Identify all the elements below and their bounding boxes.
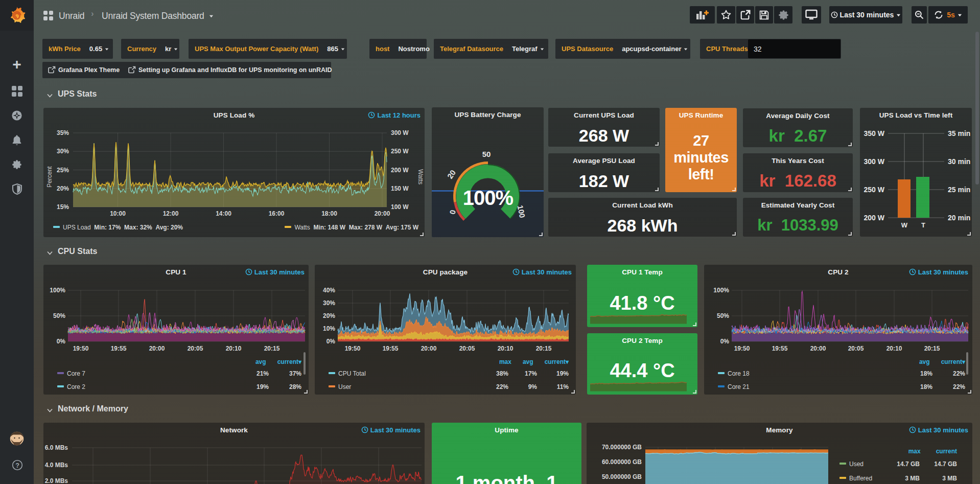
svg-text:25 min: 25 min bbox=[948, 186, 970, 194]
svg-text:12:00: 12:00 bbox=[163, 210, 179, 217]
svg-text:15%: 15% bbox=[57, 203, 69, 211]
svg-text:19:50: 19:50 bbox=[345, 345, 361, 352]
svg-text:20%: 20% bbox=[323, 312, 335, 319]
svg-text:20:15: 20:15 bbox=[924, 345, 940, 352]
svg-text:35 min: 35 min bbox=[948, 129, 970, 137]
svg-text:300 W: 300 W bbox=[391, 129, 409, 136]
svg-text:Watts: Watts bbox=[417, 169, 424, 185]
svg-text:35%: 35% bbox=[57, 129, 69, 136]
svg-text:20%: 20% bbox=[57, 185, 69, 192]
svg-text:30 min: 30 min bbox=[948, 157, 970, 166]
svg-text:300 W: 300 W bbox=[864, 157, 885, 166]
svg-text:T: T bbox=[921, 221, 925, 229]
svg-text:100%: 100% bbox=[463, 187, 514, 209]
svg-text:40%: 40% bbox=[323, 287, 335, 294]
svg-text:20:15: 20:15 bbox=[536, 345, 552, 352]
svg-text:19:55: 19:55 bbox=[772, 345, 788, 352]
svg-text:0%: 0% bbox=[720, 338, 730, 345]
svg-text:14:00: 14:00 bbox=[216, 210, 231, 217]
svg-text:19:55: 19:55 bbox=[383, 345, 399, 352]
svg-text:19:55: 19:55 bbox=[111, 345, 127, 352]
svg-text:10%: 10% bbox=[323, 325, 335, 332]
svg-text:150 W: 150 W bbox=[391, 185, 409, 192]
svg-text:350 W: 350 W bbox=[864, 129, 885, 137]
svg-text:30%: 30% bbox=[323, 299, 335, 307]
svg-text:20:00: 20:00 bbox=[810, 345, 826, 352]
svg-text:50.000000 GB: 50.000000 GB bbox=[602, 473, 642, 480]
svg-text:20:00: 20:00 bbox=[375, 210, 390, 217]
svg-text:6.0 MBs: 6.0 MBs bbox=[45, 444, 68, 451]
svg-text:250 W: 250 W bbox=[864, 186, 885, 194]
svg-text:20 min: 20 min bbox=[948, 214, 970, 222]
svg-text:200 W: 200 W bbox=[864, 214, 885, 222]
svg-text:100%: 100% bbox=[50, 287, 65, 294]
svg-text:60.000000 GB: 60.000000 GB bbox=[602, 458, 642, 466]
svg-text:20:10: 20:10 bbox=[886, 345, 902, 352]
svg-text:30%: 30% bbox=[57, 148, 69, 155]
svg-text:0%: 0% bbox=[57, 338, 66, 345]
svg-text:50: 50 bbox=[482, 150, 491, 158]
svg-text:18:00: 18:00 bbox=[321, 210, 337, 217]
svg-text:0%: 0% bbox=[326, 338, 336, 345]
svg-text:100%: 100% bbox=[713, 287, 729, 294]
svg-text:20:05: 20:05 bbox=[848, 345, 864, 352]
svg-text:10:00: 10:00 bbox=[110, 210, 126, 217]
svg-text:4.0 MBs: 4.0 MBs bbox=[45, 462, 68, 469]
svg-text:100 W: 100 W bbox=[391, 203, 409, 211]
svg-text:19:50: 19:50 bbox=[73, 345, 89, 352]
svg-text:16:00: 16:00 bbox=[269, 210, 285, 217]
svg-text:20:10: 20:10 bbox=[226, 345, 242, 352]
svg-text:200 W: 200 W bbox=[391, 167, 409, 174]
svg-text:19:50: 19:50 bbox=[734, 345, 750, 352]
svg-text:20: 20 bbox=[446, 168, 457, 180]
svg-text:W: W bbox=[901, 221, 908, 229]
svg-text:20:05: 20:05 bbox=[188, 345, 203, 352]
svg-text:20:00: 20:00 bbox=[421, 345, 437, 352]
svg-text:250 W: 250 W bbox=[391, 148, 409, 155]
svg-text:25%: 25% bbox=[57, 167, 69, 174]
svg-text:20:05: 20:05 bbox=[459, 345, 475, 352]
svg-text:2.0 MBs: 2.0 MBs bbox=[45, 477, 68, 484]
svg-text:20:10: 20:10 bbox=[498, 345, 514, 352]
svg-text:Percent: Percent bbox=[46, 166, 53, 188]
svg-text:50%: 50% bbox=[717, 312, 729, 319]
svg-text:50%: 50% bbox=[53, 312, 65, 319]
svg-text:20:00: 20:00 bbox=[149, 345, 165, 352]
svg-text:?: ? bbox=[15, 462, 19, 469]
svg-text:20:15: 20:15 bbox=[264, 345, 280, 352]
